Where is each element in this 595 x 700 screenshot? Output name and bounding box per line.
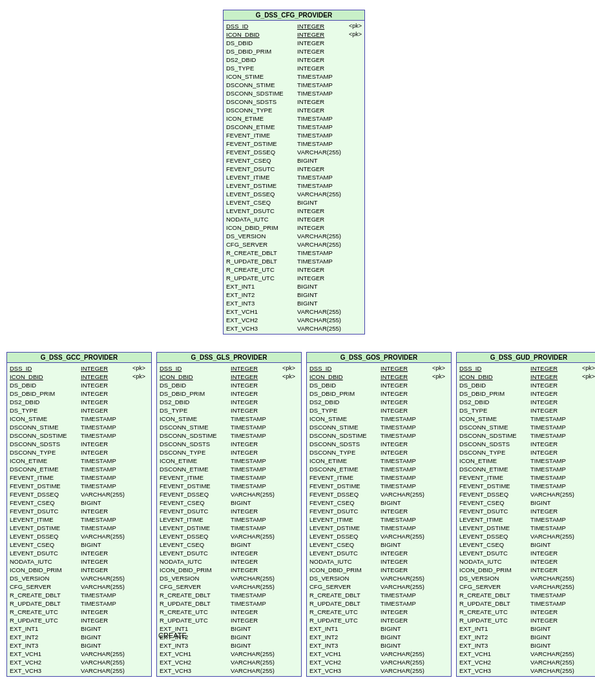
col-name: FEVENT_DSSEQ [309,490,381,499]
col-type: INTEGER [530,616,582,624]
col-name: LEVENT_ITIME [160,515,231,524]
col-name: DS_DBID_PRIM [459,389,530,398]
table-row: ICON_DBIDINTEGER<pk> [226,30,362,39]
table-row: LEVENT_DSTIMETIMESTAMP [309,524,448,532]
table-row: ICON_DBID_PRIMINTEGER [10,566,149,574]
table-row: DSS_IDINTEGER<pk> [309,364,448,373]
table-row: LEVENT_DSTIMETIMESTAMP [160,524,298,532]
table-row: ICON_STIMETIMESTAMP [160,415,298,423]
col-type: INTEGER [530,448,582,457]
table-row: DS_TYPEINTEGER [160,406,298,415]
table-row: DSCONN_STIMETIMESTAMP [459,423,595,431]
col-type: INTEGER [530,440,582,448]
table-row: FEVENT_ITIMETIMESTAMP [226,131,362,139]
col-name: FEVENT_DSUTC [226,165,297,173]
col-type: BIGINT [297,291,349,299]
col-type: TIMESTAMP [530,515,582,524]
table-row: LEVENT_DSUTCINTEGER [459,549,595,557]
col-name: R_CREATE_DBLT [160,591,231,599]
col-name: ICON_DBID [459,373,530,381]
col-name: R_UPDATE_UTC [160,616,231,624]
col-type: INTEGER [381,566,432,574]
table-row: NODATA_IUTCINTEGER [160,557,298,566]
col-type: TIMESTAMP [231,473,282,482]
col-name: R_CREATE_DBLT [226,249,297,257]
col-name: DSCONN_TYPE [160,448,231,457]
col-type: BIGINT [297,198,349,207]
col-name: FEVENT_DSUTC [459,507,530,515]
col-name: R_UPDATE_DBLT [459,599,530,608]
col-name: ICON_ETIME [160,457,231,465]
col-type: BIGINT [297,156,349,165]
col-type: INTEGER [297,47,349,56]
col-type: INTEGER [530,549,582,557]
col-type: INTEGER [530,373,582,381]
col-name: FEVENT_CSEQ [309,499,381,507]
col-name: LEVENT_DSUTC [10,549,81,557]
table-row: LEVENT_ITIMETIMESTAMP [309,515,448,524]
col-name: FEVENT_DSSEQ [160,490,231,499]
col-type: BIGINT [381,540,432,549]
col-type: INTEGER [530,398,582,406]
col-name: DS_DBID_PRIM [226,47,297,56]
table-row: ICON_DBIDINTEGER<pk> [459,373,595,381]
col-name: DS_DBID_PRIM [10,389,81,398]
col-type: VARCHAR(255) [231,574,282,582]
table-row: FEVENT_DSTIMETIMESTAMP [10,482,149,490]
col-name: DSS_ID [160,364,231,373]
col-name: EXT_INT3 [10,641,81,650]
col-name: DSCONN_SDSTS [10,440,81,448]
table-row: R_UPDATE_DBLTTIMESTAMP [309,599,448,608]
col-name: R_UPDATE_DBLT [10,599,81,608]
col-type: BIGINT [530,641,582,650]
col-type: VARCHAR(255) [381,650,432,658]
col-type: INTEGER [231,440,282,448]
col-name: EXT_INT3 [459,641,530,650]
col-name: FEVENT_DSUTC [10,507,81,515]
col-name: R_CREATE_DBLT [459,591,530,599]
col-name: DSCONN_TYPE [226,106,297,114]
col-type: VARCHAR(255) [381,658,432,666]
col-type: BIGINT [231,624,282,633]
col-name: DSS_ID [10,364,81,373]
col-name: ICON_DBID_PRIM [226,223,297,232]
col-name: LEVENT_DSTIME [309,524,381,532]
col-name: EXT_INT2 [10,633,81,641]
col-type: INTEGER [297,39,349,47]
col-name: ICON_DBID_PRIM [160,566,231,574]
col-name: DSCONN_SDSTS [309,440,381,448]
col-type: VARCHAR(255) [81,650,132,658]
table-row: DS_DBIDINTEGER [309,381,448,389]
table-row: DSCONN_TYPEINTEGER [309,448,448,457]
table-row: ICON_DBIDINTEGER<pk> [160,373,298,381]
table-row: ICON_STIMETIMESTAMP [309,415,448,423]
col-type: INTEGER [81,608,132,616]
col-type: BIGINT [530,633,582,641]
col-type: VARCHAR(255) [297,148,349,156]
col-name: EXT_VCH1 [226,307,297,316]
col-name: CFG_SERVER [309,582,381,591]
col-name: FEVENT_ITIME [459,473,530,482]
col-name: LEVENT_CSEQ [226,198,297,207]
table-row: FEVENT_DSTIMETIMESTAMP [459,482,595,490]
col-name: R_UPDATE_UTC [309,616,381,624]
table-row: ICON_DBID_PRIMINTEGER [160,566,298,574]
col-type: TIMESTAMP [81,482,132,490]
table-gls_provider: G_DSS_GLS_PROVIDERDSS_IDINTEGER<pk>ICON_… [156,352,302,677]
table-row: DS_TYPEINTEGER [459,406,595,415]
table-row: FEVENT_DSUTCINTEGER [459,507,595,515]
col-name: DSS_ID [459,364,530,373]
col-name: R_UPDATE_DBLT [160,599,231,608]
table-row: R_UPDATE_UTCINTEGER [459,616,595,624]
col-type: BIGINT [297,282,349,291]
col-name: FEVENT_CSEQ [226,156,297,165]
col-name: DS_TYPE [226,64,297,72]
col-name: DSCONN_ETIME [459,465,530,473]
col-type: TIMESTAMP [381,482,432,490]
col-type: TIMESTAMP [297,72,349,81]
table-row: FEVENT_DSTIMETIMESTAMP [309,482,448,490]
col-type: TIMESTAMP [530,415,582,423]
table-row: LEVENT_ITIMETIMESTAMP [10,515,149,524]
col-type: VARCHAR(255) [530,582,582,591]
table-row: DSCONN_SDSTIMETIMESTAMP [160,431,298,440]
